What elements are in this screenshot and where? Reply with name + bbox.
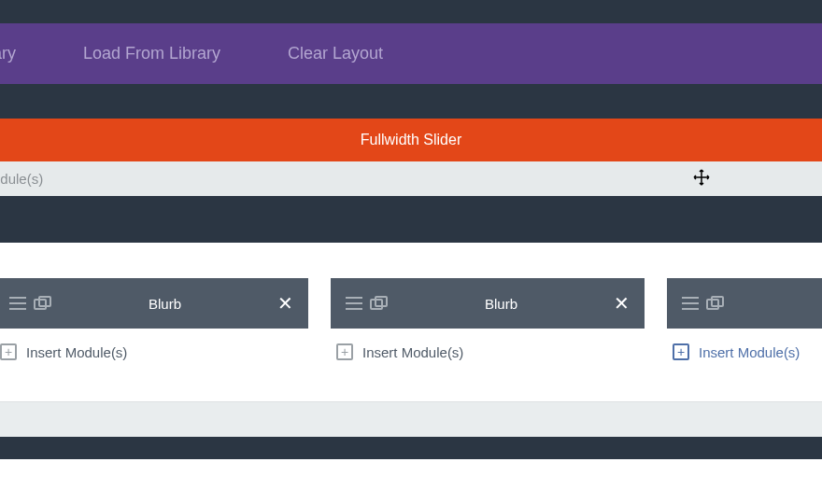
insert-module-label: Insert Module(s) <box>699 344 800 360</box>
action-bar: rary Load From Library Clear Layout <box>0 23 822 84</box>
column-2: Blurb ✕ + Insert Module(s) <box>331 278 645 375</box>
hamburger-icon[interactable] <box>346 297 362 310</box>
top-bar <box>0 0 822 23</box>
section-divider-2b <box>0 231 822 243</box>
columns-row: Blurb ✕ + Insert Module(s) Blurb ✕ + Ins… <box>0 243 822 401</box>
load-from-library-button[interactable]: Load From Library <box>50 44 254 63</box>
module-title: Blurb <box>389 296 614 312</box>
footer-strip <box>0 401 822 437</box>
footer-dark <box>0 437 822 459</box>
insert-module-button[interactable]: + Insert Module(s) <box>667 329 822 375</box>
column-1: Blurb ✕ + Insert Module(s) <box>0 278 308 375</box>
column-3: Blurb ✕ + Insert Module(s) <box>667 278 822 375</box>
plus-icon: + <box>0 343 17 360</box>
blurb-module[interactable]: Blurb ✕ <box>667 278 822 329</box>
blurb-module[interactable]: Blurb ✕ <box>331 278 645 329</box>
page-bottom <box>0 459 822 469</box>
insert-module-label: Insert Module(s) <box>26 344 127 360</box>
close-icon[interactable]: ✕ <box>277 292 293 315</box>
duplicate-icon[interactable] <box>706 296 725 311</box>
insert-module-label: odule(s) <box>0 171 43 187</box>
close-icon[interactable]: ✕ <box>614 292 630 315</box>
insert-module-label: Insert Module(s) <box>362 344 463 360</box>
move-icon[interactable] <box>693 169 710 189</box>
module-title: Blurb <box>725 296 822 312</box>
blurb-module[interactable]: Blurb ✕ <box>0 278 308 329</box>
hamburger-icon[interactable] <box>682 297 699 310</box>
insert-module-button[interactable]: + Insert Module(s) <box>0 329 308 375</box>
insert-module-row[interactable]: odule(s) <box>0 161 822 196</box>
insert-module-button[interactable]: + Insert Module(s) <box>331 329 645 375</box>
fullwidth-section: Fullwidth Slider odule(s) <box>0 119 822 196</box>
section-divider <box>0 84 822 119</box>
plus-icon: + <box>336 343 353 360</box>
save-to-library-button[interactable]: rary <box>0 44 50 63</box>
plus-icon: + <box>673 343 689 360</box>
duplicate-icon[interactable] <box>34 296 52 311</box>
fullwidth-slider-module[interactable]: Fullwidth Slider <box>0 119 822 161</box>
clear-layout-button[interactable]: Clear Layout <box>254 44 417 63</box>
module-title: Blurb <box>52 296 277 312</box>
section-divider-2 <box>0 196 822 231</box>
duplicate-icon[interactable] <box>370 296 389 311</box>
hamburger-icon[interactable] <box>9 297 26 310</box>
